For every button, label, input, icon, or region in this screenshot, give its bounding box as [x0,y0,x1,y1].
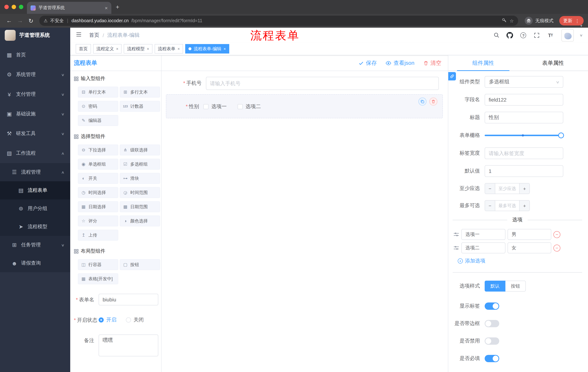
view-json-button[interactable]: 查看json [386,60,414,66]
field-name-input[interactable] [485,94,563,106]
palette-item-password[interactable]: ⊙密码 [78,101,118,112]
checkbox-unchecked-icon[interactable] [238,104,243,109]
max-select-input[interactable] [495,201,519,211]
sidebar-item-user-groups[interactable]: ⊚ 用户分组 [0,200,70,218]
sidebar-item-task-management[interactable]: ⊞ 任务管理 ∨ [0,236,70,254]
palette-item-counter[interactable]: 123计数器 [120,101,160,112]
address-bar[interactable]: ⚠ 不安全 | dashboard.yudao.iocoder.cn/bpm/m… [39,16,518,26]
clear-button[interactable]: 清空 [423,60,441,66]
sidebar-item-system[interactable]: ⚙ 系统管理 ∨ [0,65,70,85]
forward-icon[interactable]: → [15,18,25,24]
checkbox-option-1[interactable]: 选项一 [203,103,227,110]
tag-process-model[interactable]: 流程模型 × [124,44,152,53]
show-label-toggle[interactable] [485,302,499,310]
tag-process-definition[interactable]: 流程定义 × [93,44,122,53]
form-grid-slider[interactable] [485,130,563,141]
option-value-input[interactable] [508,242,551,253]
component-doc-link-button[interactable] [448,72,456,80]
chrome-caret-down-icon[interactable]: ▼ [580,24,583,28]
sidebar-item-process-model[interactable]: ➤ 流程模型 [0,218,70,236]
canvas-field-gender-selected[interactable]: 性别 选项一 选项二 [166,94,443,118]
radio-closed[interactable]: 关闭 [126,317,144,323]
tag-process-form-edit[interactable]: 流程表单-编辑 × [185,44,229,53]
tag-close-icon[interactable]: × [116,47,118,51]
copy-component-button[interactable] [419,97,426,106]
palette-item-checkbox-group[interactable]: ☑多选框组 [120,159,160,170]
palette-item-switch[interactable]: ◐开关 [78,173,118,184]
palette-item-color-picker[interactable]: ◑颜色选择 [120,215,160,226]
palette-item-select[interactable]: ⊖下拉选择 [78,145,118,155]
palette-item-editor[interactable]: ✎编辑器 [78,115,118,126]
default-value-input[interactable] [485,165,563,177]
tag-close-icon[interactable]: × [224,47,226,51]
bookmark-star-icon[interactable]: ☆ [510,18,514,23]
tag-home[interactable]: 首页 [76,44,91,53]
password-key-icon[interactable] [502,18,507,24]
border-toggle[interactable] [485,320,499,327]
collapse-sidebar-icon[interactable] [76,31,82,39]
checkbox-option-2[interactable]: 选项二 [238,103,261,110]
option-label-input[interactable] [461,242,505,253]
save-button[interactable]: 保存 [358,60,377,66]
form-name-input[interactable] [99,294,158,305]
user-avatar[interactable] [562,29,574,41]
palette-item-time-range[interactable]: ◶时间范围 [120,187,160,198]
min-select-input[interactable] [495,183,519,194]
palette-item-row-container[interactable]: ◫行容器 [78,259,118,270]
browser-tab[interactable]: 芋道管理系统 × [27,2,111,14]
remove-option-button[interactable]: − [553,231,560,238]
slider-handle[interactable] [558,132,564,138]
back-icon[interactable]: ← [4,18,14,24]
palette-item-single-text[interactable]: ⊟单行文本 [78,87,118,97]
palette-item-time-picker[interactable]: ◷时间选择 [78,187,118,198]
palette-item-textarea[interactable]: ⊞多行文本 [120,87,160,97]
close-window-button[interactable] [4,5,9,9]
palette-item-date-picker[interactable]: ▦日期选择 [78,201,118,212]
decrease-button[interactable]: − [485,201,495,211]
search-icon[interactable] [493,32,500,39]
decrease-button[interactable]: − [485,183,495,194]
tag-close-icon[interactable]: × [178,47,180,51]
delete-component-button[interactable] [429,97,437,106]
slider-track[interactable] [485,135,563,136]
sidebar-item-payment[interactable]: ¥ 支付管理 ∨ [0,85,70,104]
sidebar-item-leave-query[interactable]: ☻ 请假查询 [0,254,70,272]
app-logo[interactable]: 芋道管理系统 [0,28,70,43]
palette-item-table[interactable]: ▦表格[开发中] [78,273,118,284]
avatar-caret-down-icon[interactable]: ∨ [580,33,583,37]
remark-textarea[interactable]: 嘿嘿 [99,335,158,356]
sidebar-item-home[interactable]: ▦ 首页 [0,45,70,65]
increase-button[interactable]: + [519,201,529,211]
zoom-window-button[interactable] [19,5,23,9]
palette-item-upload[interactable]: ↥上传 [78,230,118,241]
canvas-field-phone[interactable]: 手机号 [166,77,443,90]
palette-item-radio-group[interactable]: ◉单选框组 [78,159,118,170]
sidebar-item-process-form[interactable]: ▤ 流程表单 [0,181,70,200]
reload-icon[interactable]: ↻ [26,17,36,24]
breadcrumb-home[interactable]: 首页 [89,32,99,38]
tab-form-props[interactable]: 表单属性 [518,55,588,71]
title-input[interactable] [485,112,563,123]
fullscreen-icon[interactable] [533,32,541,39]
option-label-input[interactable] [461,229,505,240]
palette-item-rate[interactable]: ☆评分 [78,215,118,226]
minimize-window-button[interactable] [12,5,16,9]
drag-handle-icon[interactable] [453,232,459,237]
style-button-button[interactable]: 按钮 [505,281,526,292]
disabled-toggle[interactable] [485,337,499,345]
font-size-icon[interactable]: TT [547,32,554,39]
sidebar-item-devtools[interactable]: ⚒ 研发工具 ∨ [0,124,70,143]
phone-input[interactable] [206,77,439,90]
tag-close-icon[interactable]: × [147,47,149,51]
remove-option-button[interactable]: − [553,244,560,251]
sidebar-item-process-management[interactable]: ☰ 流程管理 ∧ [0,163,70,181]
style-default-button[interactable]: 默认 [485,281,505,292]
palette-item-date-range[interactable]: ▩日期范围 [120,201,160,212]
new-tab-button[interactable]: + [116,4,119,11]
tag-process-form[interactable]: 流程表单 × [155,44,183,53]
overflow-menu-icon[interactable]: ⋮ [575,18,580,23]
sidebar-item-workflow[interactable]: ▧ 工作流程 ∧ [0,143,70,163]
label-width-input[interactable] [485,148,563,159]
component-type-select[interactable]: 多选框组 ∨ [485,76,563,88]
drag-handle-icon[interactable] [453,245,459,251]
